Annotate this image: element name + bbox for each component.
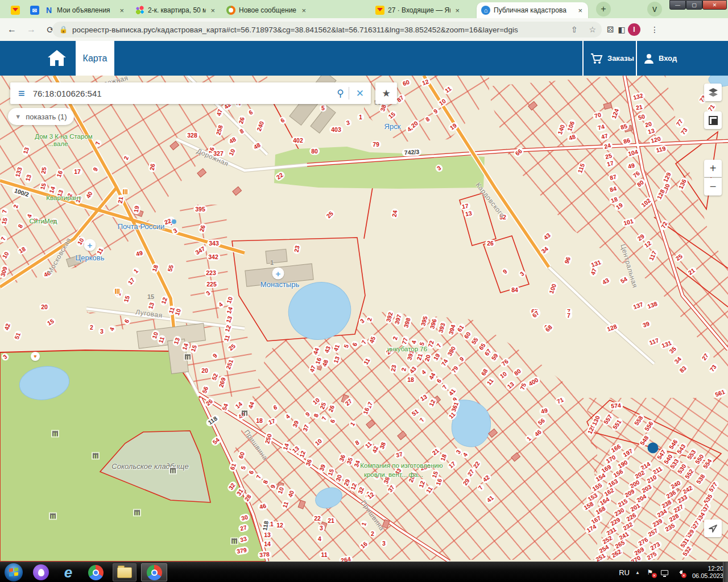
zoom-in-button[interactable]: + bbox=[704, 160, 722, 177]
yandex-mail-icon bbox=[375, 6, 384, 15]
tab-close-icon[interactable]: × bbox=[454, 6, 461, 15]
cart-icon bbox=[590, 53, 603, 64]
reading-list-icon[interactable]: ◧ bbox=[615, 23, 628, 36]
window-minimize-button[interactable]: — bbox=[669, 0, 686, 10]
divider bbox=[636, 41, 637, 76]
yandex-mail-icon bbox=[11, 6, 20, 15]
taskbar-chrome-icon[interactable] bbox=[86, 563, 105, 581]
url-text[interactable]: росреестр-выписка.рус/кадастровая_карта#… bbox=[72, 26, 565, 34]
measure-icon bbox=[708, 115, 718, 126]
tab-strip: Мои объявления×2-к. квартира, 50 м², 9/9… bbox=[0, 0, 728, 18]
plus-icon: + bbox=[710, 162, 717, 175]
tab-title: 2-к. квартира, 50 м², 9/9 bbox=[148, 6, 206, 14]
blue-mail-icon bbox=[30, 6, 39, 15]
taskbar-explorer-button[interactable] bbox=[113, 563, 136, 581]
network-icon[interactable] bbox=[660, 568, 669, 576]
orders-label: Заказы bbox=[607, 54, 634, 63]
cadastral-search-bar[interactable]: ≡ ⚲ ✕ bbox=[10, 82, 371, 104]
tab-title: 27 · Входящие — Яндек bbox=[388, 6, 450, 14]
login-button[interactable]: Вход bbox=[644, 41, 677, 76]
tab-search-button[interactable]: v bbox=[647, 2, 662, 16]
taskbar-chrome-active-button[interactable] bbox=[141, 563, 167, 581]
tab-title: Мои объявления bbox=[57, 6, 115, 14]
login-label: Вход bbox=[659, 54, 677, 63]
profile-avatar[interactable]: I bbox=[628, 23, 640, 36]
kebab-menu-icon[interactable]: ⋮ bbox=[648, 23, 661, 36]
chevron-down-icon: ▼ bbox=[15, 113, 21, 120]
star-icon: ★ bbox=[382, 88, 390, 99]
search-input[interactable] bbox=[33, 89, 333, 98]
measure-button[interactable] bbox=[704, 111, 722, 129]
tray-time: 12:20 bbox=[692, 565, 723, 572]
show-desktop-button[interactable] bbox=[723, 562, 728, 582]
bookmark-star-icon[interactable]: ☆ bbox=[589, 25, 596, 34]
favorites-button[interactable]: ★ bbox=[375, 82, 397, 104]
browser-tab[interactable]: 2-к. квартира, 50 м², 9/9× bbox=[131, 2, 221, 18]
tab-title: Публичная кадастрова bbox=[494, 6, 573, 14]
show-results-button[interactable]: ▼ показать (1) bbox=[8, 108, 74, 125]
taskbar-alice-icon[interactable] bbox=[32, 563, 50, 581]
locate-button[interactable] bbox=[704, 519, 722, 537]
minus-icon: − bbox=[710, 180, 717, 193]
browser-tab[interactable]: Новое сообщение× bbox=[222, 2, 312, 18]
tab-close-icon[interactable]: × bbox=[577, 6, 584, 15]
layers-button[interactable] bbox=[704, 84, 722, 101]
browser-tab[interactable]: Публичная кадастрова× bbox=[477, 2, 588, 18]
menu-icon[interactable]: ≡ bbox=[10, 87, 33, 100]
taskbar-ie-icon[interactable]: e bbox=[59, 563, 77, 581]
extensions-puzzle-icon[interactable]: ⚄ bbox=[604, 23, 617, 36]
tab-close-icon[interactable]: × bbox=[300, 6, 307, 15]
start-button[interactable] bbox=[5, 563, 23, 581]
map-home-icon bbox=[481, 6, 490, 15]
window-maximize-button[interactable]: ▢ bbox=[686, 0, 702, 10]
window-controls: — ▢ ✕ bbox=[669, 0, 727, 10]
language-indicator[interactable]: RU bbox=[619, 568, 630, 577]
user-icon bbox=[644, 53, 654, 64]
new-tab-button[interactable]: + bbox=[596, 2, 611, 16]
lock-icon[interactable]: 🔒 bbox=[59, 26, 68, 34]
action-center-flag-icon[interactable]: ⚑✕ bbox=[646, 568, 655, 576]
tab-close-icon[interactable]: × bbox=[209, 6, 216, 15]
volume-muted-icon[interactable]: ✕ bbox=[675, 568, 684, 576]
tab-close-icon[interactable]: × bbox=[118, 6, 125, 15]
tab-map[interactable]: Карта bbox=[76, 41, 114, 76]
orders-button[interactable]: Заказы bbox=[590, 41, 634, 76]
zoom-out-button[interactable]: − bbox=[704, 178, 722, 196]
back-button[interactable]: ← bbox=[5, 22, 19, 37]
browser-tab[interactable]: 27 · Входящие — Яндек× bbox=[371, 2, 465, 18]
home-icon[interactable] bbox=[48, 50, 66, 66]
show-results-label: показать (1) bbox=[26, 113, 67, 121]
layers-icon bbox=[708, 88, 718, 98]
avito-icon bbox=[135, 6, 144, 15]
tray-expand-icon[interactable]: ▲ bbox=[635, 570, 640, 575]
taskbar: e RU ▲ ⚑✕ ✕ 12:20 06.05.2023 bbox=[0, 562, 728, 582]
window-close-button[interactable]: ✕ bbox=[702, 0, 727, 10]
tab-title: Новое сообщение bbox=[239, 6, 297, 14]
search-icon[interactable]: ⚲ bbox=[332, 88, 348, 99]
browser-tab[interactable]: Мои объявления× bbox=[40, 2, 130, 18]
location-arrow-icon bbox=[709, 524, 718, 533]
ok-icon bbox=[226, 6, 235, 15]
divider bbox=[582, 41, 584, 76]
pinned-tab[interactable] bbox=[7, 2, 24, 18]
forward-button[interactable]: → bbox=[24, 22, 39, 37]
browser-toolbar: ← → ⟳ 🔒 росреестр-выписка.рус/кадастрова… bbox=[0, 18, 728, 41]
n-icon bbox=[44, 6, 53, 15]
share-icon[interactable]: ⇧ bbox=[571, 25, 578, 34]
clear-search-icon[interactable]: ✕ bbox=[349, 88, 371, 99]
tray-date: 06.05.2023 bbox=[692, 572, 723, 580]
clock[interactable]: 12:20 06.05.2023 bbox=[692, 565, 723, 580]
address-bar[interactable]: 🔒 росреестр-выписка.рус/кадастровая_карт… bbox=[52, 22, 602, 38]
site-header: Карта Заказы Вход bbox=[0, 41, 728, 76]
